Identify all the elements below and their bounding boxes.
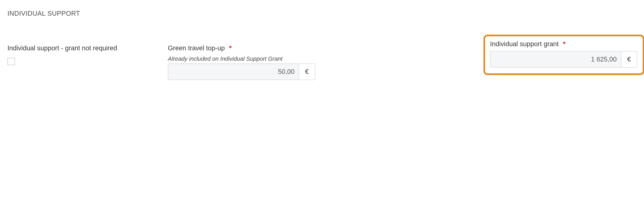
required-asterisk: * bbox=[229, 44, 232, 52]
currency-addon: € bbox=[299, 64, 315, 80]
section-title: INDIVIDUAL SUPPORT bbox=[8, 10, 80, 17]
grant-not-required-label: Individual support - grant not required bbox=[8, 44, 117, 52]
individual-support-grant-input[interactable] bbox=[490, 51, 621, 68]
required-asterisk: * bbox=[563, 40, 566, 48]
grant-not-required-checkbox[interactable] bbox=[8, 58, 15, 65]
individual-support-grant-label: Individual support grant bbox=[490, 40, 559, 48]
green-topup-field: Green travel top-up * bbox=[168, 44, 232, 52]
individual-support-grant-highlight: Individual support grant * € bbox=[484, 35, 644, 75]
green-topup-input[interactable] bbox=[168, 64, 299, 80]
green-topup-label: Green travel top-up bbox=[168, 44, 225, 52]
individual-support-form: INDIVIDUAL SUPPORT Individual support - … bbox=[0, 0, 644, 88]
green-topup-hint: Already included on Individual Support G… bbox=[168, 55, 283, 62]
currency-addon: € bbox=[621, 51, 638, 68]
